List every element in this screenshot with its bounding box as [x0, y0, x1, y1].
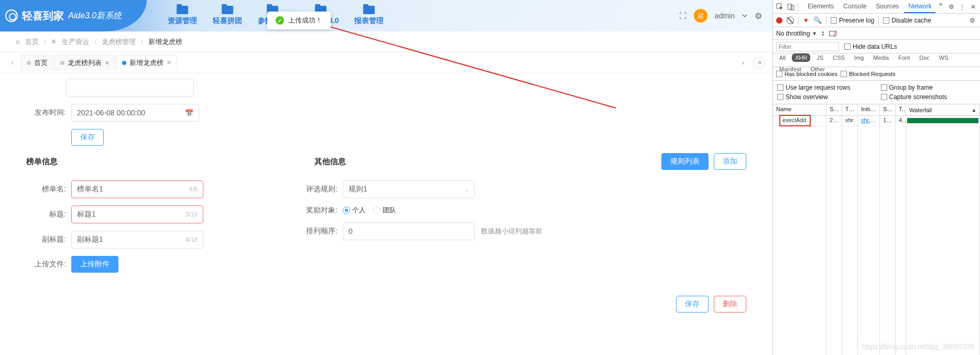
publish-time-input[interactable]: 2021-06-08 00:00:00 📅: [71, 104, 199, 122]
disable-cache-checkbox[interactable]: Disable cache: [883, 17, 931, 24]
title-input[interactable]: 标题1 3/18: [71, 206, 203, 223]
logo-icon: [5, 9, 18, 22]
large-rows-checkbox[interactable]: Use large request rows: [777, 84, 850, 91]
filter-input[interactable]: [776, 42, 839, 51]
devtools-tab-console[interactable]: Console: [839, 1, 870, 13]
devtools-tab-sources[interactable]: Sources: [872, 1, 903, 13]
gear-icon[interactable]: ⚙: [948, 2, 955, 12]
network-conditions-icon[interactable]: [829, 31, 836, 36]
preserve-log-checkbox[interactable]: Preserve log: [831, 17, 874, 24]
home-icon[interactable]: ⌂: [16, 38, 20, 46]
blocked-requests-checkbox[interactable]: Blocked Requests: [841, 71, 896, 77]
bc-seg1[interactable]: 生产营运: [62, 37, 89, 47]
col-waterfall[interactable]: Waterfall▲: [906, 104, 980, 115]
type-font[interactable]: Font: [895, 53, 913, 62]
tab-add[interactable]: 新增龙虎榜✕: [116, 55, 177, 71]
inspect-icon[interactable]: [776, 2, 784, 12]
show-overview-checkbox[interactable]: Show overview: [777, 93, 828, 101]
type-ws[interactable]: WS: [936, 53, 952, 62]
hide-data-urls-checkbox[interactable]: Hide data URLs: [844, 43, 897, 50]
nav-resource[interactable]: 资源管理: [168, 6, 197, 26]
col-type[interactable]: Ty...: [842, 104, 858, 115]
close-icon[interactable]: ✕: [105, 60, 110, 67]
filter-icon[interactable]: ▼: [803, 17, 809, 24]
bc-home[interactable]: 首页: [25, 37, 39, 47]
type-all[interactable]: All: [776, 53, 789, 62]
throttling-select[interactable]: No throttling ▼: [776, 30, 817, 37]
col-time[interactable]: T...: [896, 104, 906, 115]
tab-list[interactable]: 龙虎榜列表✕: [55, 55, 115, 71]
upload-button[interactable]: 上传附件: [71, 256, 118, 273]
radio-icon: [373, 207, 380, 214]
devtools-tab-elements[interactable]: Elements: [803, 1, 838, 13]
type-media[interactable]: Media: [870, 53, 892, 62]
type-doc[interactable]: Doc: [916, 53, 933, 62]
blocked-filter-row: Has blocked cookies Blocked Requests: [773, 67, 980, 81]
capture-ss-checkbox[interactable]: Capture screenshots: [881, 93, 948, 101]
devtools-tab-network[interactable]: Network: [904, 1, 935, 13]
order-input[interactable]: 0: [343, 222, 475, 240]
folder-icon: [177, 6, 188, 14]
save-button[interactable]: 保存: [71, 129, 104, 146]
col-status[interactable]: St...: [826, 104, 842, 115]
radio-icon: [343, 207, 350, 214]
calendar-icon[interactable]: 📅: [185, 109, 193, 117]
search-icon[interactable]: 🔍: [813, 16, 822, 24]
tab-home[interactable]: 首页: [21, 55, 53, 71]
bc-seg2[interactable]: 龙虎榜管理: [102, 37, 136, 47]
page-content: 发布时间: 2021-06-08 00:00:00 📅 保存 榜单信息 其他信息…: [0, 73, 772, 355]
record-icon[interactable]: [776, 17, 782, 24]
toast-text: 上传成功！: [288, 16, 322, 25]
list-name-input[interactable]: 榜单名1 4/6: [71, 180, 203, 198]
tabs-bar: ‹ 首页 龙虎榜列表✕ 新增龙虎榜✕ › ✕: [0, 52, 772, 73]
radio-team[interactable]: 团队: [373, 206, 396, 215]
order-label: 排列顺序:: [298, 227, 343, 236]
footer-delete-button[interactable]: 删除: [714, 296, 746, 313]
tab-prev-icon[interactable]: ‹: [7, 55, 18, 71]
type-js[interactable]: JS: [813, 53, 826, 62]
clear-icon[interactable]: [787, 17, 794, 24]
devtools-panel: Elements Console Sources Network » ⚙ ⋮ ✕…: [772, 0, 980, 355]
rule-list-button[interactable]: 规则列表: [661, 153, 709, 170]
gear-icon[interactable]: ⚙: [967, 16, 977, 25]
rule-select[interactable]: 规则1 ⌄: [343, 180, 475, 198]
radio-individual[interactable]: 个人: [343, 206, 366, 215]
close-icon[interactable]: ✕: [167, 59, 171, 66]
avatar[interactable]: 超: [694, 9, 707, 23]
logo-title: 轻喜到家: [22, 9, 64, 23]
gear-icon[interactable]: ⚙: [755, 11, 762, 21]
nav-report[interactable]: 报表管理: [354, 6, 384, 26]
nav-group[interactable]: 轻喜拼团: [213, 6, 242, 26]
type-xhr[interactable]: XHR: [792, 53, 810, 62]
footer-save-button[interactable]: 保存: [676, 296, 709, 313]
title-label: 标题:: [26, 210, 71, 219]
devtools-top-bar: Elements Console Sources Network » ⚙ ⋮ ✕: [773, 0, 980, 14]
logo-subtitle: Aide3.0新系统: [68, 10, 122, 21]
kebab-icon[interactable]: ⋮: [959, 2, 966, 12]
fullscreen-icon[interactable]: ⛶: [679, 12, 687, 20]
col-name[interactable]: Name: [773, 104, 826, 115]
blank-input[interactable]: [66, 79, 194, 96]
subtitle-input[interactable]: 副标题1 4/18: [71, 231, 203, 249]
has-blocked-cookies-checkbox[interactable]: Has blocked cookies: [776, 71, 837, 77]
publish-time-label: 发布时间:: [26, 108, 71, 117]
more-tabs-icon[interactable]: »: [937, 1, 944, 13]
display-options: Use large request rows Show overview Gro…: [773, 81, 980, 104]
tab-next-icon[interactable]: ›: [738, 55, 748, 71]
tab-dot-icon: [122, 61, 126, 65]
type-img[interactable]: Img: [851, 53, 867, 62]
breadcrumb: ⌂ 首页 / ✕ 生产营运 / 龙虎榜管理 / 新增龙虎榜: [0, 31, 772, 52]
chevron-down-icon[interactable]: [742, 12, 747, 20]
header-right: ⛶ 超 admin ⚙: [679, 9, 772, 23]
col-initiator[interactable]: Initiator: [858, 104, 880, 115]
rule-label: 评选规则:: [298, 185, 343, 194]
close-icon[interactable]: ✕: [969, 2, 977, 12]
add-button[interactable]: 添加: [714, 153, 746, 170]
import-export-icon[interactable]: ▲▼: [821, 30, 825, 37]
close-all-tabs-icon[interactable]: ✕: [754, 57, 765, 69]
type-css[interactable]: CSS: [830, 53, 848, 62]
group-frame-checkbox[interactable]: Group by frame: [881, 84, 933, 91]
device-icon[interactable]: [787, 2, 795, 12]
list-name-label: 榜单名:: [26, 185, 71, 194]
col-size[interactable]: Size: [880, 104, 896, 115]
